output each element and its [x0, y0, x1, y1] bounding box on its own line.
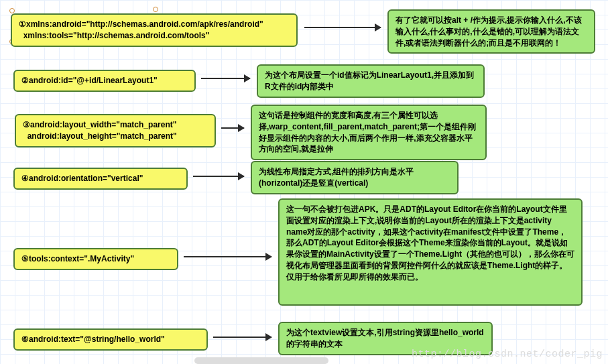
code-box-2: ②android:id="@+id/LinearLayout1"	[13, 70, 196, 92]
row-num: ①	[19, 19, 26, 29]
code-text: android:orientation="vertical"	[29, 174, 143, 183]
row-num: ③	[23, 120, 30, 129]
code-box-5: ⑤tools:context=".MyActivity"	[13, 248, 178, 270]
arrow-4	[193, 176, 244, 177]
scrollbar[interactable]	[194, 357, 328, 364]
code-text: tools:context=".MyActivity"	[29, 254, 134, 263]
handle-top-left	[9, 8, 15, 13]
code-box-3: ③android:layout_width="match_parent" and…	[15, 114, 216, 147]
row-num: ④	[21, 174, 29, 183]
desc-box-3: 这句话是控制组件的宽度和高度,有三个属性可以选择,warp_content,fi…	[251, 105, 487, 160]
arrow-3	[221, 127, 244, 129]
arrow-2	[201, 78, 250, 79]
desc-box-2: 为这个布局设置一个id值标记为LinearLayout1,并且添加到R文件的id…	[257, 64, 485, 98]
row-num: ⑤	[21, 254, 29, 263]
code-text: android:text="@string/hello_world"	[29, 335, 165, 344]
desc-box-4: 为线性布局指定方式,组件的排列方向是水平(horizontal)还是竖直(ver…	[251, 161, 459, 194]
desc-box-1: 有了它就可以按alt + /作为提示,提示你输入什么,不该输入什么,什么事对的,…	[387, 9, 595, 54]
desc-box-5: 这一句不会被打包进APK。只是ADT的Layout Editor在你当前的Lay…	[278, 198, 583, 306]
code-box-4: ④android:orientation="vertical"	[13, 168, 188, 190]
code-box-1: ①xmlns:android="http://schemas.android.c…	[11, 13, 298, 47]
row-num: ②	[21, 76, 29, 85]
arrow-6	[213, 337, 271, 338]
arrow-5	[184, 256, 271, 257]
code-text: android:layout_width="match_parent" andr…	[23, 120, 177, 141]
watermark: http://blog.csdn.net/coder_pig	[412, 349, 603, 360]
code-box-6: ⑥android:text="@string/hello_world"	[13, 328, 208, 351]
code-text: android:id="@+id/LinearLayout1"	[29, 76, 158, 85]
code-text: xmlns:android="http://schemas.android.co…	[19, 19, 263, 40]
arrow-1	[304, 27, 381, 28]
row-num: ⑥	[21, 335, 29, 344]
handle-top-mid	[153, 7, 158, 12]
